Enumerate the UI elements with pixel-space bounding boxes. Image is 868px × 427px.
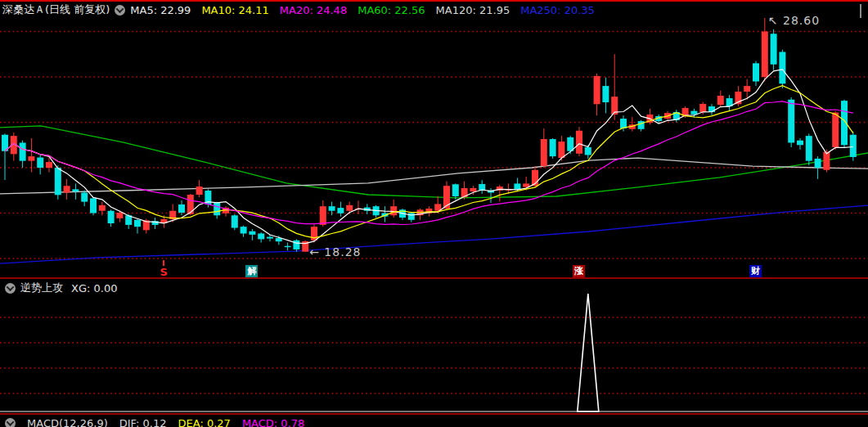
candle-body xyxy=(699,104,706,112)
event-badge[interactable]: 涨 xyxy=(573,265,585,277)
candle-body xyxy=(241,227,247,233)
candle-body xyxy=(28,156,34,161)
candle-body xyxy=(390,206,397,215)
candle-body xyxy=(64,186,70,192)
candle-body xyxy=(55,168,61,195)
candle-body xyxy=(576,131,582,154)
ma-legend-item: MA20: 24.48 xyxy=(280,4,347,16)
candle-body xyxy=(99,205,106,211)
candle-body xyxy=(337,208,344,214)
indicator-label-row: 逆势上攻 XG: 0.00 xyxy=(0,281,117,295)
candle-body xyxy=(134,220,141,227)
candle-body xyxy=(558,142,564,158)
ma-legend-item: MA5: 22.99 xyxy=(130,4,191,16)
candle-body xyxy=(523,183,529,187)
ma-legend-item: MA120: 21.95 xyxy=(436,4,510,16)
candle-body xyxy=(797,141,803,146)
candle-body xyxy=(320,206,326,225)
candle-body xyxy=(744,86,750,92)
ma-legend-item: MA60: 22.56 xyxy=(358,4,425,16)
candle-body xyxy=(585,147,591,155)
candle-body xyxy=(267,237,273,239)
macd-legend-item: DIF: 0.12 xyxy=(119,417,167,427)
candle-body xyxy=(452,184,459,196)
indicator-collapse-chevron-icon[interactable] xyxy=(5,283,16,294)
candle-body xyxy=(541,139,547,166)
candle-body xyxy=(258,233,264,239)
candle-body xyxy=(178,205,185,213)
candle-body xyxy=(293,240,299,249)
min-price-annotation: ← 18.28 xyxy=(309,245,361,258)
candle-body xyxy=(285,246,291,247)
candle-body xyxy=(788,100,794,143)
macd-legend-item: MACD(12,26,9) xyxy=(27,417,108,427)
candle-body xyxy=(37,158,43,168)
ma60-line xyxy=(0,126,868,198)
candle-body xyxy=(20,142,26,160)
candle-body xyxy=(90,198,97,213)
candle-body xyxy=(214,203,220,215)
candle-body xyxy=(408,214,415,220)
candlestick-chart[interactable] xyxy=(0,0,868,427)
candle-body xyxy=(550,139,556,156)
sell-signal-dash xyxy=(163,260,164,266)
candle-body xyxy=(779,52,785,83)
candle-body xyxy=(514,183,520,189)
event-badge[interactable]: 财 xyxy=(749,265,762,277)
macd-legend-item: MACD: 0.78 xyxy=(242,417,304,427)
candle-body xyxy=(108,211,115,223)
candle-body xyxy=(470,188,476,191)
candle-body xyxy=(594,76,600,104)
candle-body xyxy=(717,96,724,105)
top-bar: 深桑达Ａ(日线 前复权) MA5: 22.99MA10: 24.11MA20: … xyxy=(0,0,868,18)
candle-body xyxy=(753,63,759,81)
candle-body xyxy=(116,213,123,218)
candle-body xyxy=(196,187,203,195)
candle-body xyxy=(187,195,194,214)
sell-signal-marker[interactable]: S xyxy=(160,266,167,278)
candle-body xyxy=(72,189,79,191)
candle-body xyxy=(832,113,839,147)
stock-title: 深桑达Ａ(日线 前复权) xyxy=(2,2,110,17)
candle-body xyxy=(81,193,88,202)
candle-body xyxy=(346,205,353,211)
ma-legend-item: MA250: 20.35 xyxy=(520,4,595,16)
candle-body xyxy=(815,159,821,168)
ma120-line xyxy=(0,158,868,194)
collapse-chevron-icon[interactable] xyxy=(115,5,125,16)
candle-body xyxy=(329,206,335,211)
macd-legend-item: DEA: 0.27 xyxy=(178,417,231,427)
candle-body xyxy=(249,231,255,235)
candle-body xyxy=(762,32,768,78)
candle-body xyxy=(823,152,830,170)
ma-legend: MA5: 22.99MA10: 24.11MA20: 24.48MA60: 22… xyxy=(130,4,595,16)
app-window: 深桑达Ａ(日线 前复权) MA5: 22.99MA10: 24.11MA20: … xyxy=(0,0,868,427)
max-price-annotation: ↖ 28.60 xyxy=(768,14,820,27)
ma250-line xyxy=(0,205,868,263)
ma-legend-item: MA10: 24.11 xyxy=(201,4,268,16)
candle-body xyxy=(850,135,857,157)
candle-body xyxy=(841,101,848,145)
candle-body xyxy=(806,136,812,161)
candle-body xyxy=(602,86,609,102)
event-badge[interactable]: 解 xyxy=(245,265,258,277)
macd-status-row: MACD(12,26,9)DIF: 0.12DEA: 0.27MACD: 0.7… xyxy=(0,417,316,427)
candle-body xyxy=(690,111,697,115)
candle-body xyxy=(232,215,238,227)
diamond-icon[interactable] xyxy=(860,5,861,17)
indicator-value: XG: 0.00 xyxy=(71,282,117,294)
macd-collapse-chevron-icon[interactable] xyxy=(5,418,16,427)
ma20-line xyxy=(5,101,853,225)
candle-body xyxy=(46,162,52,168)
candle-body xyxy=(771,34,777,64)
indicator-name: 逆势上攻 xyxy=(20,281,63,295)
